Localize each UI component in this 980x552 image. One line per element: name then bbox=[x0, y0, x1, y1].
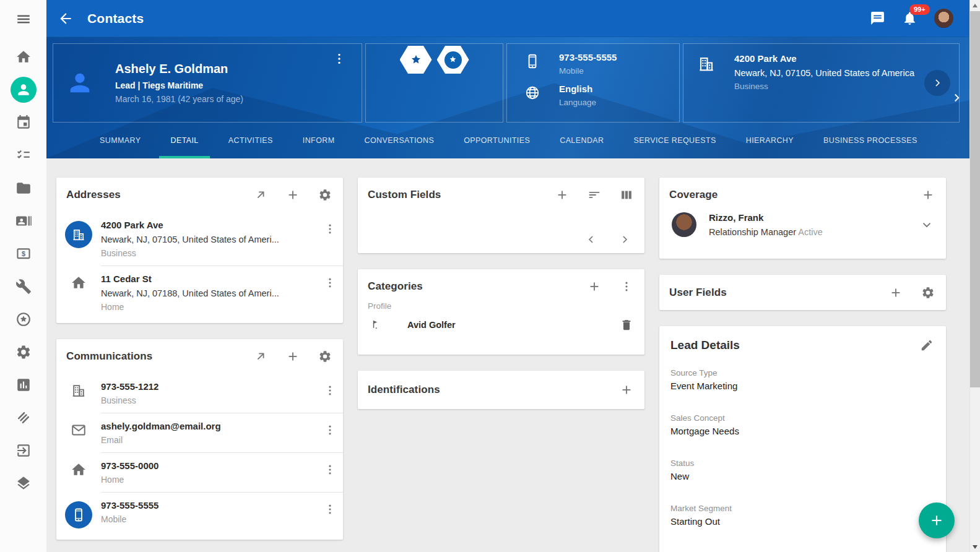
sidebar-item-contacts[interactable] bbox=[0, 74, 46, 105]
sidebar-item-home[interactable] bbox=[0, 41, 46, 72]
tab-opportunities[interactable]: OPPORTUNITIES bbox=[453, 123, 541, 158]
sidebar-item-settings[interactable] bbox=[0, 337, 46, 368]
user-fields-actions bbox=[889, 286, 935, 300]
edit-lead-details-button[interactable] bbox=[920, 339, 934, 352]
next-page-button[interactable] bbox=[618, 233, 631, 246]
star-badge[interactable] bbox=[400, 46, 432, 74]
sidebar-item-folder[interactable] bbox=[0, 173, 46, 204]
custom-fields-card: Custom Fields bbox=[358, 178, 644, 253]
contact-menu-button[interactable] bbox=[332, 51, 347, 66]
previous-page-button[interactable] bbox=[585, 233, 597, 246]
arrow-outward-icon bbox=[254, 188, 267, 202]
add-coverage-button[interactable] bbox=[921, 188, 935, 202]
content-column-1: Addresses 4200 Park Ave Newark, bbox=[56, 178, 343, 552]
star-circle-badge[interactable] bbox=[437, 46, 469, 74]
communications-settings-button[interactable] bbox=[318, 350, 332, 363]
sidebar-item-tasks[interactable] bbox=[0, 140, 46, 171]
sort-button[interactable] bbox=[588, 188, 601, 202]
add-user-field-button[interactable] bbox=[889, 286, 903, 300]
addresses-actions bbox=[254, 188, 332, 202]
scroll-up-arrow[interactable] bbox=[970, 0, 980, 11]
notifications-button[interactable]: 99+ bbox=[902, 11, 917, 26]
communication-item[interactable]: 973-555-5555 Mobile bbox=[56, 493, 343, 536]
communication-item[interactable]: ashely.goldman@email.org Email bbox=[56, 413, 343, 452]
card-title: User Fields bbox=[669, 287, 727, 299]
back-button[interactable] bbox=[58, 11, 74, 27]
chat-button[interactable] bbox=[870, 11, 885, 26]
scrollbar[interactable] bbox=[969, 0, 980, 552]
address-next-button[interactable] bbox=[924, 70, 950, 96]
contact-info-panel[interactable]: 973-555-5555 Mobile English Language bbox=[506, 43, 680, 123]
primary-address-panel[interactable]: 4200 Park Ave Newark, NJ, 07105, United … bbox=[683, 43, 960, 123]
tabs-overflow-button[interactable] bbox=[950, 71, 963, 124]
scrollbar-thumb[interactable] bbox=[970, 11, 980, 387]
language-row[interactable]: English Language bbox=[524, 84, 679, 107]
tab-activities[interactable]: ACTIVITIES bbox=[217, 123, 284, 158]
menu-button[interactable] bbox=[0, 4, 46, 35]
address-item-menu-button[interactable] bbox=[323, 222, 337, 236]
sidebar-item-billing[interactable] bbox=[0, 238, 46, 269]
sidebar-item-layers[interactable] bbox=[0, 468, 46, 499]
sidebar-item-exit[interactable] bbox=[0, 435, 46, 466]
address-item[interactable]: 4200 Park Ave Newark, NJ, 07105, United … bbox=[56, 212, 343, 265]
chat-icon bbox=[870, 11, 885, 26]
user-avatar[interactable] bbox=[934, 9, 953, 28]
communication-menu-button[interactable] bbox=[323, 423, 337, 437]
category-label: Avid Golfer bbox=[407, 320, 456, 330]
add-category-button[interactable] bbox=[588, 280, 601, 293]
user-fields-settings-button[interactable] bbox=[921, 286, 935, 300]
contact-summary-panel[interactable]: Ashely E. Goldman Lead | Tiegs Maritime … bbox=[53, 43, 362, 123]
communication-menu-button[interactable] bbox=[323, 384, 337, 397]
tab-conversations[interactable]: CONVERSATIONS bbox=[353, 123, 446, 158]
lead-field-value: Event Marketing bbox=[670, 381, 935, 391]
sidebar-item-tools[interactable] bbox=[0, 271, 46, 302]
add-address-button[interactable] bbox=[286, 188, 300, 202]
main-area: Contacts 99+ Ashely E. Goldman Lead | T bbox=[46, 0, 969, 552]
notification-badge: 99+ bbox=[909, 4, 930, 15]
address-line1: 11 Cedar St bbox=[101, 274, 323, 284]
sidebar-item-partners[interactable] bbox=[0, 402, 46, 433]
tab-inform[interactable]: INFORM bbox=[292, 123, 346, 158]
scroll-down-arrow[interactable] bbox=[970, 541, 980, 552]
sidebar-item-directory[interactable] bbox=[0, 205, 46, 236]
tab-summary[interactable]: SUMMARY bbox=[89, 123, 152, 158]
lead-field: Market Segment Starting Out bbox=[670, 504, 935, 527]
tab-calendar[interactable]: CALENDAR bbox=[549, 123, 615, 158]
open-communications-button[interactable] bbox=[254, 350, 267, 363]
columns-view-button[interactable] bbox=[620, 188, 633, 202]
tab-detail[interactable]: DETAIL bbox=[159, 123, 209, 158]
sidebar-item-reports[interactable] bbox=[0, 369, 46, 400]
badge-circle bbox=[444, 51, 462, 69]
open-addresses-button[interactable] bbox=[254, 188, 267, 202]
category-item[interactable]: Avid Golfer bbox=[358, 311, 644, 332]
sidebar-item-calendar[interactable] bbox=[0, 107, 46, 138]
tab-hierarchy[interactable]: HIERARCHY bbox=[735, 123, 805, 158]
coverage-expand-button[interactable] bbox=[920, 218, 934, 231]
sidebar-item-rewards[interactable] bbox=[0, 304, 46, 335]
communication-item[interactable]: 973-555-1212 Business bbox=[56, 374, 343, 413]
tab-business-processes[interactable]: BUSINESS PROCESSES bbox=[812, 123, 929, 158]
plus-icon bbox=[555, 188, 569, 202]
delete-category-button[interactable] bbox=[620, 318, 633, 332]
star-icon bbox=[409, 53, 423, 67]
categories-menu-button[interactable] bbox=[620, 280, 633, 293]
plus-icon bbox=[921, 188, 935, 202]
add-fab[interactable] bbox=[919, 502, 955, 538]
addresses-settings-button[interactable] bbox=[318, 188, 332, 202]
add-custom-field-button[interactable] bbox=[555, 188, 569, 202]
hero-panels: Ashely E. Goldman Lead | Tiegs Maritime … bbox=[53, 43, 960, 123]
badges-panel[interactable] bbox=[365, 43, 503, 123]
address-item[interactable]: 11 Cedar St Newark, NJ, 07188, United St… bbox=[56, 266, 343, 319]
add-communication-button[interactable] bbox=[286, 350, 300, 363]
tab-service-requests[interactable]: SERVICE REQUESTS bbox=[622, 123, 727, 158]
communication-menu-button[interactable] bbox=[323, 502, 337, 516]
add-identification-button[interactable] bbox=[620, 383, 633, 397]
card-title: Communications bbox=[66, 350, 152, 363]
communication-menu-button[interactable] bbox=[323, 463, 337, 477]
address-item-menu-button[interactable] bbox=[323, 276, 337, 290]
mobile-phone-icon bbox=[65, 501, 92, 528]
phone-row[interactable]: 973-555-5555 Mobile bbox=[524, 52, 679, 75]
coverage-item[interactable]: Rizzo, Frank Relationship Manager Active bbox=[659, 212, 946, 237]
communication-item[interactable]: 973-555-0000 Home bbox=[56, 453, 343, 492]
tab-audit[interactable]: AUDIT bbox=[936, 123, 947, 158]
